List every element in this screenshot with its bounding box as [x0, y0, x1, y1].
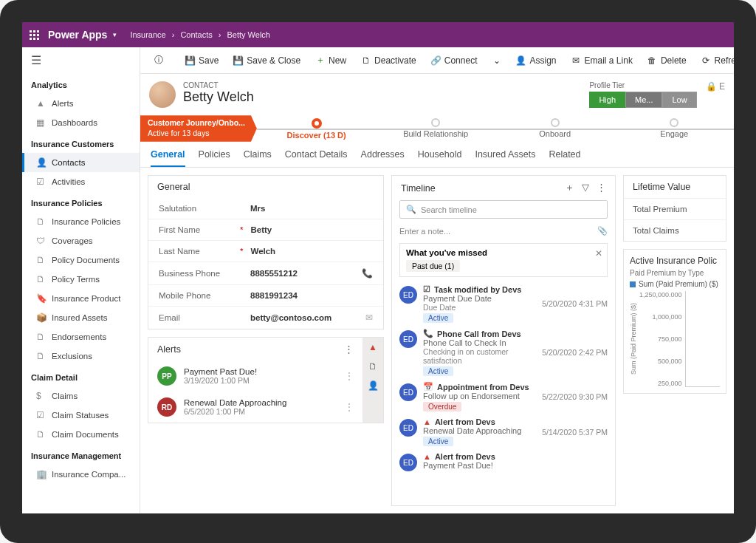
app-launcher-icon[interactable]: [30, 30, 39, 40]
sidebar-item-claims[interactable]: $Claims: [22, 386, 140, 406]
app-name[interactable]: Power Apps: [48, 29, 107, 41]
alerts-card: Alerts⋮ PPPayment Past Due!3/19/2020 1:0…: [148, 337, 384, 423]
more-icon[interactable]: ⋮: [344, 344, 354, 355]
field-email[interactable]: Emailbetty@contoso.com✉: [148, 306, 383, 329]
tier-high-button[interactable]: High: [589, 92, 625, 108]
field-first-name[interactable]: First Name*Betty: [148, 219, 383, 240]
sidebar-item-activities[interactable]: ☑Activities: [22, 172, 140, 191]
sidebar-item-insured-assets[interactable]: 📦Insured Assets: [22, 308, 140, 327]
back-button[interactable]: ⓘ: [148, 52, 169, 68]
tab-insured-assets[interactable]: Insured Assets: [475, 149, 535, 167]
sidebar-item-coverages[interactable]: 🛡Coverages: [22, 231, 140, 250]
sidebar-item-insurance-compa-[interactable]: 🏢Insurance Compa...: [22, 465, 140, 484]
stage-onboard[interactable]: Onboard: [495, 118, 615, 140]
alert-row[interactable]: PPPayment Past Due!3/19/2020 1:00 PM⋮: [148, 361, 362, 392]
breadcrumb-item[interactable]: Insurance: [130, 30, 165, 39]
status-chip: Overdue: [423, 402, 461, 411]
field-mobile-phone[interactable]: Mobile Phone8881991234: [148, 284, 383, 306]
sidebar-item-endorsements[interactable]: 🗋Endorsements: [22, 327, 140, 346]
avatar: ED: [399, 419, 417, 437]
trash-icon: 🗑: [647, 55, 657, 65]
add-icon[interactable]: ＋: [565, 182, 574, 194]
main: ⓘ 💾Save 💾Save & Close ＋New 🗋Deactivate 🔗…: [140, 47, 734, 513]
sidebar-group: Insurance Policies: [22, 191, 140, 212]
attach-icon[interactable]: 📎: [597, 226, 608, 236]
breadcrumb-item[interactable]: Contacts: [180, 30, 212, 39]
delete-button[interactable]: 🗑Delete: [642, 52, 693, 69]
stage-build[interactable]: Build Relationship: [376, 118, 495, 140]
sidebar-item-insurance-policies[interactable]: 🗋Insurance Policies: [22, 212, 140, 231]
sidebar-item-contacts[interactable]: 👤Contacts: [22, 153, 140, 172]
tier-med-button[interactable]: Me...: [625, 92, 662, 108]
sidebar-item-policy-terms[interactable]: 🗋Policy Terms: [22, 270, 140, 289]
filter-icon[interactable]: ▽: [582, 182, 589, 194]
tab-policies[interactable]: Policies: [199, 149, 230, 167]
tab-related[interactable]: Related: [549, 149, 580, 167]
refresh-button[interactable]: ⟳Refresh: [695, 52, 734, 69]
timeline-item[interactable]: ED▲ Alert from DevsRenewal Date Approach…: [392, 414, 615, 449]
close-icon[interactable]: ✕: [595, 248, 602, 259]
tab-household[interactable]: Household: [418, 149, 462, 167]
field-salutation[interactable]: SalutationMrs: [148, 198, 383, 219]
person-icon[interactable]: 👤: [368, 380, 379, 391]
field-last-name[interactable]: Last Name*Welch: [148, 240, 383, 262]
save-button[interactable]: 💾Save: [179, 52, 224, 69]
tab-general[interactable]: General: [151, 149, 185, 167]
search-input[interactable]: 🔍 Search timeline: [399, 200, 608, 219]
stage-engage[interactable]: Engage: [614, 118, 734, 140]
note-input[interactable]: Enter a note... 📎: [399, 223, 608, 239]
breadcrumb-item[interactable]: Betty Welch: [227, 30, 270, 39]
sidebar-item-alerts[interactable]: ▲Alerts: [22, 94, 140, 113]
mail-icon[interactable]: ✉: [365, 313, 373, 323]
save-close-icon: 💾: [233, 55, 243, 65]
breadcrumb: Insurance› Contacts› Betty Welch: [130, 30, 270, 39]
timeline-item[interactable]: ED☑ Task modified by DevsPayment Due Dat…: [392, 281, 615, 326]
legend-swatch: [630, 281, 636, 287]
doc-icon[interactable]: 🗋: [368, 361, 377, 372]
box-icon: 📦: [36, 313, 46, 323]
avatar: [149, 81, 176, 108]
sidebar-item-exclusions[interactable]: 🗋Exclusions: [22, 346, 140, 366]
dash-icon: ▦: [36, 117, 46, 128]
journey-badge[interactable]: Customer Jounrey/Onbo... Active for 13 d…: [140, 115, 257, 141]
sidebar-item-claim-statuses[interactable]: ☑Claim Statuses: [22, 406, 140, 425]
past-due-chip[interactable]: Past due (1): [406, 260, 460, 272]
avatar: ED: [399, 383, 417, 401]
alerts-sidebar: ▲ 🗋 👤: [362, 338, 383, 423]
timeline-item[interactable]: ED📅 Appointment from DevsFollow up on En…: [392, 379, 615, 414]
connect-button[interactable]: 🔗Connect: [425, 52, 484, 69]
sidebar-group: Analytics: [22, 73, 140, 94]
more-icon[interactable]: ⋮: [597, 182, 606, 194]
alert-icon[interactable]: ▲: [368, 342, 377, 352]
more-icon[interactable]: ⋮: [345, 402, 354, 412]
alert-row[interactable]: RDRenewal Date Approaching6/5/2020 1:00 …: [148, 392, 362, 423]
connect-icon: 🔗: [431, 55, 441, 65]
new-button[interactable]: ＋New: [309, 52, 352, 69]
hamburger-icon[interactable]: ☰: [22, 47, 140, 73]
stage-discover[interactable]: Discover (13 D): [257, 118, 377, 140]
save-close-button[interactable]: 💾Save & Close: [227, 52, 306, 69]
field-business-phone[interactable]: Business Phone8885551212📞: [148, 262, 383, 284]
timeline-item[interactable]: ED📞 Phone Call from DevsPhone Call to Ch…: [392, 326, 615, 379]
connect-chevron[interactable]: ⌄: [486, 52, 507, 68]
assign-button[interactable]: 👤Assign: [510, 52, 562, 69]
tab-claims[interactable]: Claims: [244, 149, 272, 167]
deactivate-icon: 🗋: [361, 55, 371, 65]
chevron-down-icon: ⌄: [492, 55, 501, 65]
sidebar-item-policy-documents[interactable]: 🗋Policy Documents: [22, 250, 140, 270]
deactivate-button[interactable]: 🗋Deactivate: [355, 52, 422, 69]
more-icon[interactable]: ⋮: [345, 371, 354, 381]
phone-icon[interactable]: 📞: [362, 268, 373, 279]
doc-icon: 🗋: [36, 255, 46, 265]
chevron-down-icon[interactable]: ▾: [113, 31, 117, 38]
sidebar-item-dashboards[interactable]: ▦Dashboards: [22, 113, 140, 132]
avatar: ED: [399, 454, 417, 471]
tab-addresses[interactable]: Addresses: [361, 149, 405, 167]
timeline-item[interactable]: ED▲ Alert from DevsPayment Past Due!: [392, 449, 615, 474]
email-link-button[interactable]: ✉Email a Link: [566, 52, 639, 69]
sidebar-item-insurance-product[interactable]: 🔖Insurance Product: [22, 289, 140, 308]
tier-low-button[interactable]: Low: [662, 92, 696, 108]
doc-icon: 🗋: [36, 429, 46, 440]
tab-contact-details[interactable]: Contact Details: [285, 149, 348, 167]
sidebar-item-claim-documents[interactable]: 🗋Claim Documents: [22, 425, 140, 444]
